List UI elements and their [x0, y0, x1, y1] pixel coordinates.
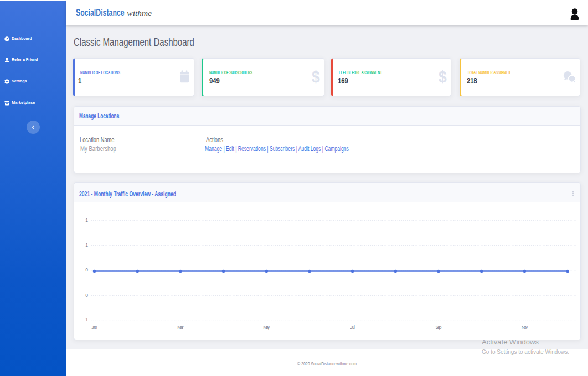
svg-text:Sep: Sep	[435, 325, 441, 330]
svg-text:Mar: Mar	[177, 325, 184, 330]
svg-text:May: May	[263, 325, 270, 330]
svg-text:0: 0	[85, 293, 88, 298]
svg-text:1: 1	[85, 242, 88, 248]
svg-text:-1: -1	[84, 317, 88, 322]
svg-text:0: 0	[85, 267, 88, 273]
svg-text:1: 1	[85, 217, 88, 223]
svg-text:Jul: Jul	[350, 325, 355, 330]
svg-text:Nov: Nov	[521, 325, 528, 330]
svg-text:Jan: Jan	[91, 325, 97, 330]
